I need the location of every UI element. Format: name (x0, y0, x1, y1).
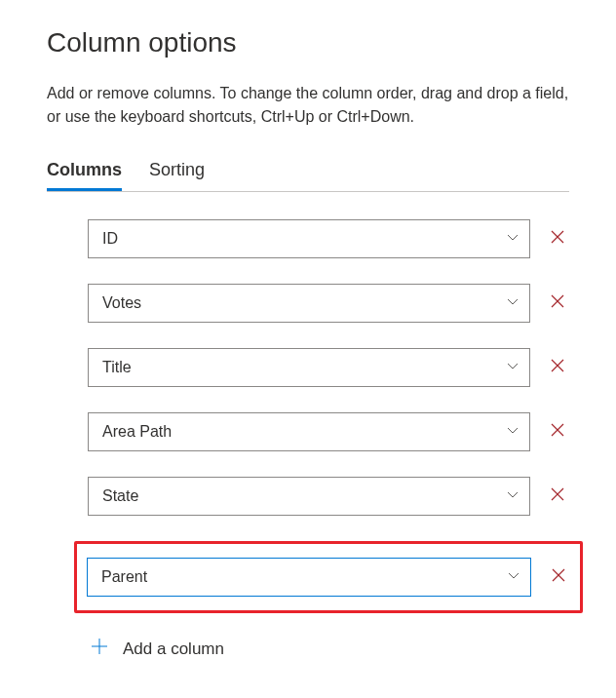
chevron-down-icon (506, 230, 520, 248)
highlighted-column-row: Parent (74, 541, 583, 613)
close-icon (550, 358, 565, 378)
column-row: State (88, 477, 569, 516)
chevron-down-icon (506, 487, 520, 505)
tab-columns[interactable]: Columns (47, 160, 122, 191)
remove-column-button[interactable] (546, 229, 569, 250)
column-select-parent[interactable]: Parent (87, 558, 531, 597)
remove-column-button[interactable] (546, 358, 569, 378)
chevron-down-icon (507, 568, 520, 586)
column-select-label: Area Path (102, 423, 172, 441)
close-icon (551, 567, 566, 588)
column-row: Votes (88, 284, 569, 323)
plus-icon (90, 637, 109, 662)
tab-sorting[interactable]: Sorting (149, 160, 205, 191)
column-select-label: Parent (101, 568, 147, 586)
remove-column-button[interactable] (547, 567, 570, 588)
column-select-area-path[interactable]: Area Path (88, 412, 530, 451)
chevron-down-icon (506, 423, 520, 441)
close-icon (550, 422, 565, 443)
remove-column-button[interactable] (546, 422, 569, 443)
close-icon (550, 293, 565, 314)
close-icon (550, 486, 565, 507)
column-select-label: Votes (102, 294, 141, 312)
column-row: ID (88, 219, 569, 258)
column-row: Parent (87, 558, 570, 597)
column-select-votes[interactable]: Votes (88, 284, 530, 323)
tab-bar: Columns Sorting (47, 160, 569, 192)
remove-column-button[interactable] (546, 486, 569, 507)
column-select-title[interactable]: Title (88, 348, 530, 387)
add-column-label: Add a column (123, 640, 224, 659)
column-select-state[interactable]: State (88, 477, 530, 516)
description-text: Add or remove columns. To change the col… (47, 82, 569, 129)
column-select-label: ID (102, 230, 118, 248)
column-select-id[interactable]: ID (88, 219, 530, 258)
column-row: Area Path (88, 412, 569, 451)
column-select-label: State (102, 487, 138, 505)
column-list: ID Votes Title (47, 219, 569, 662)
chevron-down-icon (506, 359, 520, 376)
column-select-label: Title (102, 359, 132, 376)
close-icon (550, 229, 565, 250)
page-title: Column options (47, 27, 569, 58)
add-column-button[interactable]: Add a column (88, 637, 569, 662)
remove-column-button[interactable] (546, 293, 569, 314)
column-row: Title (88, 348, 569, 387)
chevron-down-icon (506, 294, 520, 312)
